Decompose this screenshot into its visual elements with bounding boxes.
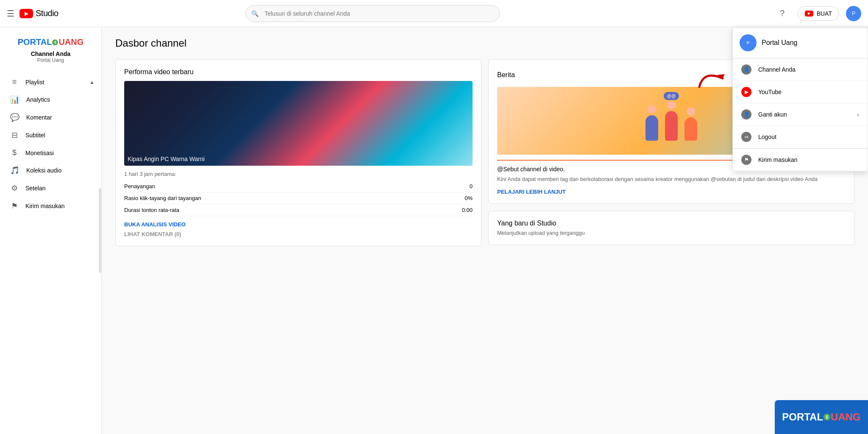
- logo-ortal: ORTAL: [23, 37, 52, 47]
- yt-studio-logo[interactable]: Studio: [19, 8, 58, 18]
- setelan-icon: ⚙: [10, 184, 19, 193]
- header-right: ? BUAT P: [774, 5, 861, 22]
- channel-sub: Portal Uang: [7, 57, 95, 63]
- sidebar-label-koleksi-audio: Koleksi audio: [26, 167, 61, 174]
- studio-text: Studio: [36, 8, 58, 18]
- watermark-logo: PORTALUANG: [782, 411, 861, 423]
- dropdown-channel-name: Portal Uang: [762, 39, 798, 47]
- monetisasi-icon: $: [10, 148, 19, 157]
- sidebar-item-playlist[interactable]: ≡ Playlist ▲: [0, 73, 101, 91]
- stat-row-rasio: Rasio klik-tayang dari tayangan 0%: [124, 192, 473, 204]
- sidebar-item-setelan[interactable]: ⚙ Setelan: [0, 179, 101, 197]
- figure-2: [665, 101, 678, 141]
- stat-label-penayangan: Penayangan: [124, 183, 155, 189]
- news-card-title: Berita: [497, 71, 515, 79]
- dropdown-item-ganti-akun[interactable]: 👤 Ganti akun ›: [733, 103, 868, 126]
- dropdown-kirim-masukan-icon: ⚑: [741, 155, 751, 165]
- sidebar-item-komentar[interactable]: 💬 Komentar: [0, 108, 101, 126]
- scrollbar[interactable]: [99, 188, 101, 273]
- logo-coin: [52, 39, 58, 45]
- figure-head-2: [667, 101, 676, 109]
- figure-3: [684, 107, 697, 141]
- stat-label-rasio: Rasio klik-tayang dari tayangan: [124, 195, 201, 201]
- chevron-right-icon: ›: [857, 111, 859, 118]
- stat-row-penayangan: Penayangan 0: [124, 181, 473, 192]
- sidebar-item-analytics[interactable]: 📊 Analytics: [0, 91, 101, 108]
- header: ☰ Studio 🔍 ? BUAT P: [0, 0, 868, 27]
- arrow-indicator: [695, 66, 729, 91]
- dropdown-logo: P: [740, 34, 757, 51]
- news-illust-inner: [642, 97, 701, 144]
- koleksi-audio-icon: 🎵: [10, 166, 19, 175]
- sidebar: PORTALUANG Channel Anda Portal Uang ≡ Pl…: [0, 27, 102, 434]
- video-colorful-bg: [124, 81, 473, 166]
- kirim-masukan-icon: ⚑: [10, 201, 19, 211]
- red-arrow-svg: [695, 66, 729, 91]
- dropdown-channel-icon: 👤: [741, 64, 751, 75]
- dropdown-item-channel-anda[interactable]: 👤 Channel Anda: [733, 58, 868, 81]
- dropdown-label-youtube: YouTube: [758, 89, 782, 95]
- channel-name: Channel Anda: [7, 50, 95, 57]
- sidebar-item-kirim-masukan[interactable]: ⚑ Kirim masukan: [0, 197, 101, 215]
- chevron-up-icon: ▲: [89, 79, 95, 85]
- figure-body-1: [645, 115, 658, 141]
- figure-body-2: [665, 111, 678, 141]
- video-title-overlay: Kipas Angin PC Warna Warni: [128, 156, 469, 162]
- buka-analisis-video-link[interactable]: BUKA ANALISIS VIDEO: [124, 221, 473, 228]
- sidebar-label-playlist: Playlist: [25, 79, 44, 86]
- studio-card-desc: Melanjutkan upload yang terganggu: [497, 230, 846, 236]
- dropdown-logo-text: P: [747, 41, 749, 45]
- stat-val-durasi: 0:00: [462, 207, 473, 213]
- stat-row-durasi: Durasi tonton rata-rata 0:00: [124, 204, 473, 216]
- video-card: Performa video terbaru Kipas Angin PC Wa…: [115, 59, 481, 246]
- dropdown-label-logout: Logout: [758, 134, 776, 140]
- komentar-icon: 💬: [10, 113, 19, 122]
- dropdown-label-channel-anda: Channel Anda: [758, 66, 796, 73]
- news-desc: Kini Anda dapat memberi tag dan berkolab…: [497, 175, 846, 184]
- lihat-komentar-link[interactable]: LIHAT KOMENTAR (0): [124, 231, 473, 237]
- create-icon: [805, 11, 813, 17]
- dropdown-label-kirim-masukan: Kirim masukan: [758, 156, 798, 163]
- logo-p: P: [18, 37, 23, 47]
- sidebar-item-koleksi-audio[interactable]: 🎵 Koleksi audio: [0, 161, 101, 179]
- figure-head-1: [648, 105, 656, 114]
- channel-info: PORTALUANG Channel Anda Portal Uang: [0, 34, 101, 70]
- create-button[interactable]: BUAT: [798, 6, 839, 21]
- wm-p: P: [782, 411, 789, 423]
- hamburger-icon[interactable]: ☰: [7, 8, 14, 19]
- playlist-icon: ≡: [10, 78, 19, 86]
- dropdown-item-logout[interactable]: ⇒ Logout: [733, 126, 868, 148]
- dropdown-item-kirim-masukan[interactable]: ⚑ Kirim masukan: [733, 149, 868, 171]
- stat-val-rasio: 0%: [465, 195, 473, 201]
- speech-bubble: @: [664, 92, 679, 100]
- avatar-initials: P: [852, 11, 855, 17]
- studio-card-title: Yang baru di Studio: [497, 220, 846, 227]
- sidebar-label-subtitel: Subtitel: [25, 132, 45, 139]
- dropdown-item-youtube[interactable]: ▶ YouTube: [733, 81, 868, 103]
- sidebar-item-subtitel[interactable]: ⊟ Subtitel: [0, 126, 101, 144]
- learn-more-link[interactable]: PELAJARI LEBIH LANJUT: [497, 189, 846, 195]
- help-button[interactable]: ?: [774, 5, 791, 22]
- search-input[interactable]: [245, 5, 500, 22]
- figure-1: [645, 105, 658, 141]
- watermark: PORTALUANG: [775, 400, 868, 434]
- sidebar-label-kirim-masukan: Kirim masukan: [25, 203, 65, 209]
- studio-card: Yang baru di Studio Melanjutkan upload y…: [488, 211, 854, 245]
- dropdown-label-ganti-akun: Ganti akun: [758, 111, 787, 118]
- dropdown-ganti-akun-icon: 👤: [741, 109, 751, 120]
- figure-head-3: [687, 107, 695, 116]
- sidebar-label-analytics: Analytics: [26, 96, 50, 103]
- search-icon: 🔍: [251, 10, 259, 17]
- dropdown-menu: P Portal Uang 👤 Channel Anda ▶ YouTube 👤…: [732, 27, 868, 172]
- logo-uang: UANG: [58, 37, 83, 47]
- analytics-icon: 📊: [10, 95, 19, 104]
- search-bar: 🔍: [245, 5, 500, 22]
- wm-uang: UANG: [831, 411, 861, 423]
- sidebar-item-monetisasi[interactable]: $ Monetisasi: [0, 144, 101, 161]
- header-left: ☰ Studio: [7, 8, 108, 19]
- sidebar-label-monetisasi: Monetisasi: [25, 150, 54, 156]
- avatar[interactable]: P: [846, 6, 861, 21]
- sidebar-label-komentar: Komentar: [26, 114, 52, 121]
- sidebar-label-setelan: Setelan: [25, 185, 45, 192]
- video-thumbnail: Kipas Angin PC Warna Warni: [124, 81, 473, 166]
